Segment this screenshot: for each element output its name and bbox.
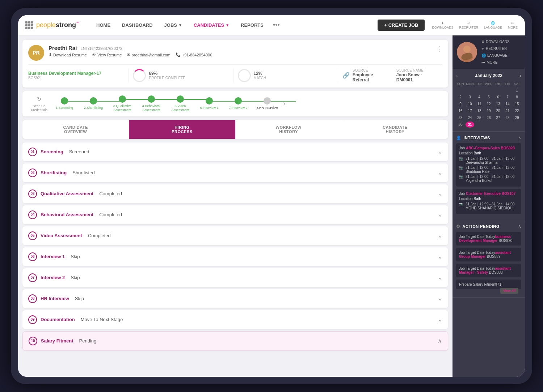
cal-day-20[interactable]: 20 [494,108,502,114]
candidate-id: LNT/164239887620072 [81,46,123,51]
recruiter-action[interactable]: ↩ RECRUITER [481,47,510,51]
cal-day-14[interactable]: 14 [503,101,512,107]
interviews-collapse-button[interactable]: ∧ [518,135,521,140]
nav-reports[interactable]: REPORTS [235,15,269,35]
process-item-left: 08 HR Interview Skip [28,294,84,303]
cal-day-31-today[interactable]: 31 [466,122,474,128]
pipeline-step-video[interactable]: 5.VideoAssessment [166,95,195,112]
process-status: Screened [69,149,89,154]
more-action[interactable]: ••• MORE [481,60,510,64]
process-item-video[interactable]: 05 Video Assessment Completed ⌄ [22,226,448,245]
step-dot-video [177,95,184,103]
cal-day-19[interactable]: 19 [484,108,493,114]
process-item-salary-fitment[interactable]: 10 Salary Fitment Pending ∧ [22,331,448,351]
process-item-shortlisting[interactable]: 02 Shortlisting Shortlisted ⌄ [22,163,448,182]
recruiter-button[interactable]: ↩ RECRUITER [459,21,478,29]
nav-home[interactable]: HOME [90,15,116,35]
candidate-details: Preethi Rai LNT/164239887620072 ⬇ Downlo… [49,45,212,57]
nav-candidates[interactable]: CANDIDATES ▼ [188,15,235,35]
cal-day-12[interactable]: 12 [484,101,493,107]
phone-link[interactable]: 📞 +91-8842054000 [176,52,212,57]
pipeline-step-interview1[interactable]: 6.Interview 1 [195,97,224,110]
cal-day-29[interactable]: 29 [513,115,521,121]
cal-day-6[interactable]: 6 [494,94,502,100]
process-item-left: 01 Screening Screened [28,148,89,156]
process-name: Video Assessment [41,233,82,238]
cal-day-11[interactable]: 11 [475,101,484,107]
cal-day-15[interactable]: 15 [513,101,521,107]
logo[interactable]: peoplestrong™ [25,21,80,29]
pipeline-steps: ↻ Send CpCredentials 1.Screening 2.Short… [28,95,442,112]
more-button[interactable]: ••• MORE [508,21,518,29]
cal-day-22[interactable]: 22 [513,108,521,114]
cal-day-18[interactable]: 18 [475,108,484,114]
cal-day-16[interactable]: 16 [456,108,465,114]
cal-day-5[interactable]: 5 [484,94,493,100]
cal-day-26[interactable]: 26 [484,115,493,121]
pipeline-step-send-cp[interactable]: ↻ Send CpCredentials [28,95,50,112]
cal-day-8[interactable]: 8 [513,94,521,100]
calendar-next-button[interactable]: › [519,73,521,78]
more-options-icon[interactable]: ⋮ [436,45,442,53]
tab-hiring-process[interactable]: HIRINGPROCESS [129,120,235,139]
cal-day-17[interactable]: 17 [466,108,474,114]
tab-candidate-history[interactable]: CANDIDATEHISTORY [342,120,448,139]
cal-day-9[interactable]: 9 [456,101,465,107]
cal-day-30[interactable]: 30 [456,122,465,128]
process-item-interview1[interactable]: 06 Interview 1 Skip ⌄ [22,247,448,266]
process-name: Interview 2 [41,275,65,280]
pipeline-step-interview2[interactable]: 7.Interview 2 [224,97,253,110]
pipeline-step-shortlisting[interactable]: 2.Shortlisting [79,97,108,110]
pipeline-step-hr[interactable]: 8.HR Interview [253,97,282,110]
email-link[interactable]: ✉ preethirai@gmail.com [127,52,171,57]
recruiter-icon: ↩ [467,21,470,25]
process-item-hr-interview[interactable]: 08 HR Interview Skip ⌄ [22,289,448,308]
nav-jobs[interactable]: JOBS ▼ [159,15,188,35]
process-item-qualitative[interactable]: 03 Qualitative Assessment Completed ⌄ [22,184,448,203]
download-resume-link[interactable]: ⬇ Download Resume [49,52,87,57]
view-all-button[interactable]: View All [500,288,518,294]
language-button[interactable]: 🌐 LANGUAGE [484,21,502,29]
job-stat: Business Development Manager-17 BOS921 [28,68,129,82]
process-item-documentation[interactable]: 09 Documentation Move To Next Stage ⌄ [22,310,448,329]
cal-day-27[interactable]: 27 [494,115,502,121]
process-item-behavioral[interactable]: 04 Behavioral Assessment Completed ⌄ [22,205,448,224]
nav-more-dots[interactable]: ••• [269,21,283,29]
cal-day-21[interactable]: 21 [503,108,512,114]
language-action[interactable]: 🌐 LANGUAGE [481,54,510,57]
top-navigation: peoplestrong™ HOME DASHBOARD JOBS ▼ CAND… [18,15,525,35]
process-item-screening[interactable]: 01 Screening Screened ⌄ [22,142,448,161]
pipeline-step-behavioral[interactable]: 4.BehavioralAssessment [137,95,166,112]
process-status: Shortlisted [72,170,94,175]
view-resume-link[interactable]: 👁 View Resume [92,52,122,57]
action-pending-collapse-button[interactable]: ∧ [518,224,521,229]
cal-day-23[interactable]: 23 [456,115,465,121]
cal-day-2[interactable]: 2 [456,94,465,100]
cal-day-4[interactable]: 4 [475,94,484,100]
cal-day-28[interactable]: 28 [503,115,512,121]
pipeline-step-qualitative[interactable]: 3.QualitativeAssessment [108,95,137,112]
step-number: 10 [29,337,37,345]
process-item-interview2[interactable]: 07 Interview 2 Skip ⌄ [22,268,448,287]
cal-day-3[interactable]: 3 [466,94,474,100]
cal-day-10[interactable]: 10 [466,101,474,107]
cal-day-25[interactable]: 25 [475,115,484,121]
downloads-action[interactable]: ⬇ DOWNLOADS [481,40,510,44]
calendar-prev-button[interactable]: ‹ [456,73,458,78]
cal-day-7[interactable]: 7 [503,94,512,100]
cal-day-24[interactable]: 24 [466,115,474,121]
logo-grid-icon [25,21,33,29]
nav-items: HOME DASHBOARD JOBS ▼ CANDIDATES ▼ REPOR… [90,15,425,35]
nav-dashboard[interactable]: DASHBOARD [116,15,159,35]
cal-day-13[interactable]: 13 [494,101,502,107]
tab-candidate-overview[interactable]: CANDIDATEOVERVIEW [22,120,129,139]
cal-day-1[interactable]: 1 [513,87,521,93]
create-job-button[interactable]: + CREATE JOB [378,20,425,31]
interview-job-1: Job ABC-Campus-Sales BOS923 [459,146,518,150]
process-name: Salary Fitment [41,338,73,344]
tab-workflow-history[interactable]: WORKFLOWHISTORY [236,120,342,139]
downloads-button[interactable]: ⬇ DOWNLOADS [432,21,453,29]
pipeline-step-screening[interactable]: 1.Screening [50,97,79,110]
process-item-left: 05 Video Assessment Completed [28,231,111,240]
cal-day-empty [503,87,512,93]
